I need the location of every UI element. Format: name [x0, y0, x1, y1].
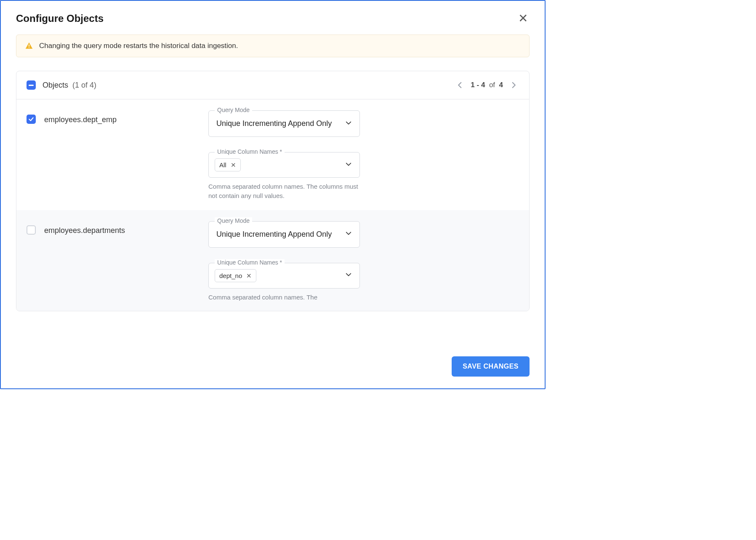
row-fields: Query Mode Unique Incrementing Append On…	[208, 110, 360, 200]
object-row: employees.dept_emp Query Mode Unique Inc…	[16, 99, 529, 210]
chip-list: dept_no ✕	[215, 269, 256, 282]
warning-icon	[25, 42, 33, 50]
query-mode-select[interactable]: Query Mode Unique Incrementing Append On…	[208, 110, 360, 137]
select-value: Unique Incrementing Append Only	[216, 119, 332, 128]
close-icon: ✕	[246, 272, 252, 279]
pagination-next-button[interactable]	[508, 80, 519, 91]
chevron-left-icon	[456, 81, 464, 89]
chevron-down-icon	[345, 120, 352, 128]
row-checkbox[interactable]	[27, 115, 36, 124]
helper-text: Comma separated column names. The column…	[208, 182, 360, 200]
close-icon: ✕	[231, 161, 236, 168]
field-label: Query Mode	[215, 107, 252, 113]
objects-header: Objects (1 of 4) 1 - 4 of 4	[16, 71, 529, 99]
pagination-range: 1 - 4 of 4	[471, 81, 503, 89]
chevron-down-icon	[345, 161, 352, 169]
pagination: 1 - 4 of 4	[455, 80, 519, 91]
close-button[interactable]: ✕	[516, 13, 530, 24]
field-label: Query Mode	[215, 217, 252, 224]
select-all-checkbox[interactable]	[27, 80, 36, 90]
objects-panel: Objects (1 of 4) 1 - 4 of 4	[16, 71, 530, 311]
objects-label: Objects (1 of 4)	[43, 81, 96, 90]
check-icon	[28, 116, 34, 122]
modal-footer: SAVE CHANGES	[1, 348, 545, 388]
indeterminate-icon	[29, 85, 34, 86]
chip: dept_no ✕	[215, 269, 256, 282]
unique-columns-select[interactable]: Unique Column Names * dept_no ✕	[208, 263, 360, 289]
chip-list: All ✕	[215, 158, 241, 171]
chip: All ✕	[215, 158, 241, 171]
pagination-prev-button[interactable]	[455, 80, 466, 91]
objects-header-left: Objects (1 of 4)	[27, 80, 96, 90]
row-fields: Query Mode Unique Incrementing Append On…	[208, 221, 360, 302]
chip-label: All	[219, 161, 226, 168]
object-row: employees.departments Query Mode Unique …	[16, 210, 529, 311]
chevron-right-icon	[510, 81, 517, 89]
chevron-down-icon	[345, 230, 352, 238]
chevron-down-icon	[345, 271, 352, 280]
svg-rect-1	[29, 47, 29, 48]
configure-objects-modal: Configure Objects ✕ Changing the query m…	[0, 0, 546, 389]
warning-text: Changing the query mode restarts the his…	[39, 42, 238, 50]
object-name: employees.dept_emp	[44, 110, 200, 124]
warning-banner: Changing the query mode restarts the his…	[16, 35, 530, 57]
chip-remove-button[interactable]: ✕	[246, 273, 252, 279]
field-label: Unique Column Names *	[215, 259, 285, 266]
object-name: employees.departments	[44, 221, 200, 235]
query-mode-select[interactable]: Query Mode Unique Incrementing Append On…	[208, 221, 360, 248]
modal-header: Configure Objects ✕	[1, 1, 545, 28]
field-label: Unique Column Names *	[215, 148, 285, 155]
row-checkbox[interactable]	[27, 225, 36, 235]
chip-label: dept_no	[219, 272, 242, 279]
helper-text: Comma separated column names. The	[208, 293, 360, 302]
objects-body: employees.dept_emp Query Mode Unique Inc…	[16, 99, 529, 311]
chip-remove-button[interactable]: ✕	[231, 162, 236, 168]
select-value: Unique Incrementing Append Only	[216, 230, 332, 239]
modal-title: Configure Objects	[16, 13, 104, 24]
svg-rect-0	[29, 45, 29, 47]
close-icon: ✕	[518, 12, 528, 25]
unique-columns-select[interactable]: Unique Column Names * All ✕	[208, 152, 360, 178]
save-changes-button[interactable]: SAVE CHANGES	[452, 356, 530, 377]
